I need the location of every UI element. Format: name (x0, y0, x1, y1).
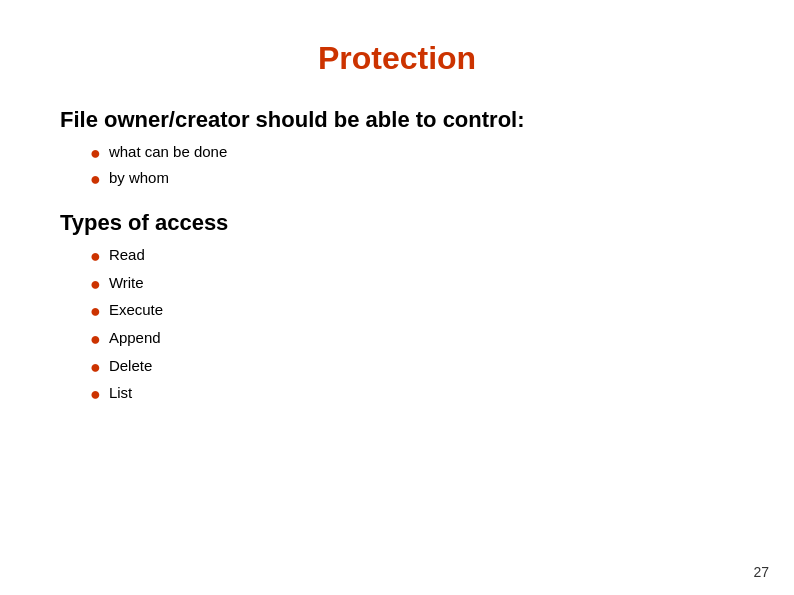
list-item: ● Append (90, 329, 734, 351)
bullet-icon: ● (90, 329, 101, 351)
section2-heading: Types of access (60, 210, 734, 236)
bullet-icon: ● (90, 143, 101, 165)
bullet-text: Delete (109, 357, 152, 374)
section-file-owner: File owner/creator should be able to con… (60, 107, 734, 190)
bullet-icon: ● (90, 169, 101, 191)
bullet-text: Write (109, 274, 144, 291)
list-item: ● Execute (90, 301, 734, 323)
list-item: ● by whom (90, 169, 734, 191)
bullet-icon: ● (90, 246, 101, 268)
slide: Protection File owner/creator should be … (0, 0, 794, 595)
list-item: ● Read (90, 246, 734, 268)
list-item: ● what can be done (90, 143, 734, 165)
bullet-text: Append (109, 329, 161, 346)
bullet-icon: ● (90, 274, 101, 296)
bullet-text: Read (109, 246, 145, 263)
bullet-icon: ● (90, 384, 101, 406)
bullet-icon: ● (90, 357, 101, 379)
list-item: ● Delete (90, 357, 734, 379)
bullet-icon: ● (90, 301, 101, 323)
bullet-text: what can be done (109, 143, 227, 160)
section2-bullet-list: ● Read ● Write ● Execute ● Append ● Dele… (90, 246, 734, 406)
section1-bullet-list: ● what can be done ● by whom (90, 143, 734, 190)
section-types-of-access: Types of access ● Read ● Write ● Execute… (60, 210, 734, 406)
section1-heading: File owner/creator should be able to con… (60, 107, 734, 133)
bullet-text: by whom (109, 169, 169, 186)
page-number: 27 (753, 564, 769, 580)
bullet-text: List (109, 384, 132, 401)
slide-title: Protection (60, 40, 734, 77)
list-item: ● List (90, 384, 734, 406)
bullet-text: Execute (109, 301, 163, 318)
list-item: ● Write (90, 274, 734, 296)
